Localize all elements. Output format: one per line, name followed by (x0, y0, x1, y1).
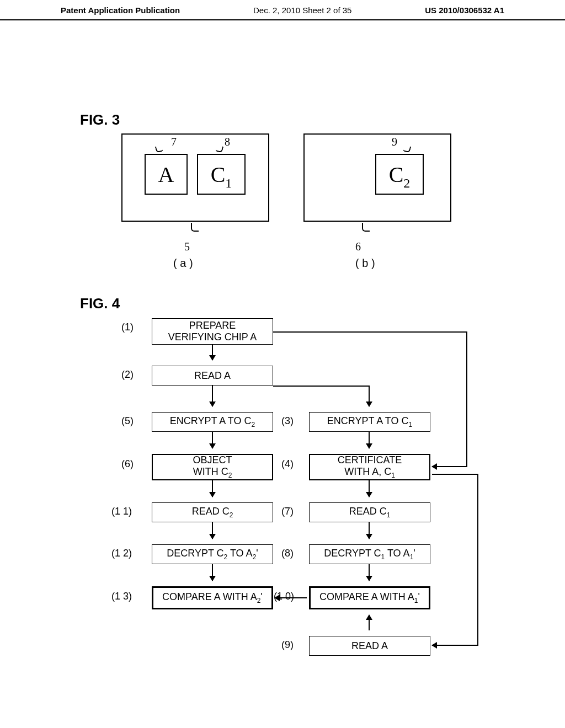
box-compare-a1: COMPARE A WITH A1' (309, 586, 430, 609)
chip-C2-text: C2 (389, 162, 411, 188)
arrow-5-6 (212, 432, 213, 448)
box-decrypt-c2: DECRYPT C2 TO A2' (152, 544, 273, 564)
box-read-a: READ A (152, 366, 273, 386)
lead-7: 7 (171, 136, 177, 148)
loop-2-into-9 (432, 645, 477, 646)
lead-6: 6 (355, 240, 361, 253)
card-object: C2 (303, 133, 451, 222)
arrow-7-8 (369, 522, 370, 539)
step-num-3: (3) (281, 415, 294, 427)
chip-A-text: A (158, 162, 174, 188)
arrow-6-11 (212, 480, 213, 497)
step-num-4: (4) (281, 458, 294, 470)
header-publication: Patent Application Publication (61, 6, 180, 15)
lead-9: 9 (392, 136, 397, 148)
arrow-10-13 (275, 597, 307, 598)
box-compare-a2: COMPARE A WITH A2' (152, 586, 273, 609)
loop-2-v (477, 474, 478, 646)
arrow-9-10 (369, 615, 370, 630)
fig4-flowchart: (1) PREPARE VERIFYING CHIP A (2) READ A … (99, 318, 486, 704)
box-decrypt-c1: DECRYPT C1 TO A1' (309, 544, 430, 564)
arrow-2-3-v (369, 386, 370, 406)
step-num-5: (5) (121, 415, 134, 427)
box-read-c1: READ C1 (309, 502, 430, 522)
step-num-2: (2) (121, 369, 134, 381)
box-encrypt-c1: ENCRYPT A TO C1 (309, 412, 430, 432)
arrow-8-10 (369, 564, 370, 581)
fig4-label: FIG. 4 (80, 295, 120, 312)
lead-5: 5 (184, 240, 190, 253)
step-num-6: (6) (121, 458, 134, 470)
sublabel-b: ( b ) (355, 257, 375, 270)
box-encrypt-c2: ENCRYPT A TO C2 (152, 412, 273, 432)
arrow-1-2 (212, 345, 213, 360)
loop-1-into-4 (432, 466, 466, 467)
step-num-1: (1) (121, 322, 134, 333)
step-num-7: (7) (281, 506, 294, 517)
line-2-3-h (273, 386, 370, 387)
loop-2-top-h (432, 474, 477, 475)
header-date-sheet: Dec. 2, 2010 Sheet 2 of 35 (253, 6, 351, 15)
box-certificate-ac1: CERTIFICATE WITH A, C1 (309, 454, 430, 480)
step-num-9: (9) (281, 639, 294, 651)
sublabel-a: ( a ) (173, 257, 193, 270)
chip-C1-box: C1 (197, 154, 246, 195)
lead-hook-5 (191, 223, 199, 232)
header-pub-number: US 2010/0306532 A1 (425, 6, 504, 15)
box-prepare-chip: PREPARE VERIFYING CHIP A (152, 318, 273, 345)
box-read-a-2: READ A (309, 636, 430, 656)
arrow-4-7 (369, 480, 370, 497)
step-num-12: (1 2) (111, 548, 132, 559)
box-read-c2: READ C2 (152, 502, 273, 522)
arrow-11-12 (212, 522, 213, 539)
box-object-c2: OBJECT WITH C2 (152, 454, 273, 480)
step-num-13: (1 3) (111, 591, 132, 602)
lead-8: 8 (225, 136, 230, 148)
arrow-3-4 (369, 432, 370, 448)
fig3-diagram: A C1 C2 7 8 9 5 6 ( a ) ( b ) (121, 133, 463, 277)
arrow-2-5 (212, 386, 213, 406)
chip-C1-text: C1 (211, 162, 232, 188)
chip-C2-box: C2 (375, 154, 424, 195)
loop-1-h (273, 331, 466, 333)
lead-hook-6 (362, 223, 370, 232)
card-certificate: A C1 (121, 133, 269, 222)
chip-A-box: A (145, 154, 188, 195)
step-num-8: (8) (281, 548, 294, 559)
step-num-11: (1 1) (111, 506, 132, 517)
page-header: Patent Application Publication Dec. 2, 2… (0, 0, 565, 20)
loop-1-v (466, 331, 467, 467)
fig3-label: FIG. 3 (80, 111, 120, 129)
arrow-12-13 (212, 564, 213, 581)
